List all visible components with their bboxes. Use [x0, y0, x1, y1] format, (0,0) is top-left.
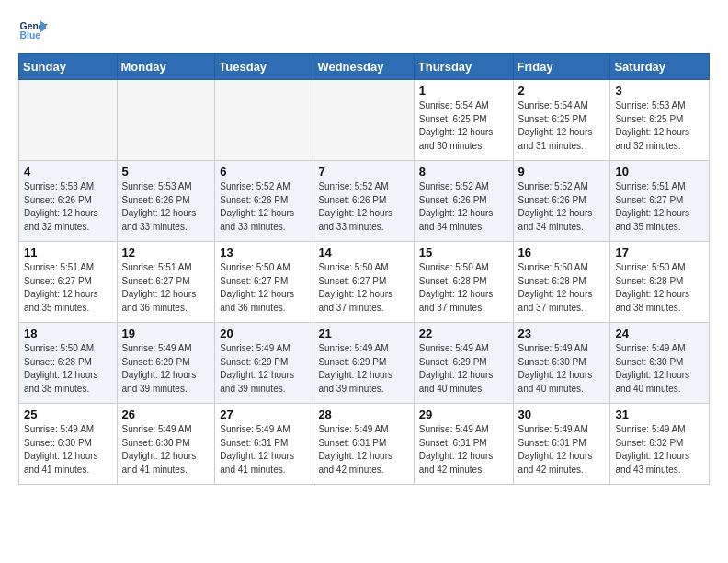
- day-number: 4: [24, 165, 112, 178]
- day-number: 24: [615, 327, 704, 340]
- svg-text:Blue: Blue: [20, 30, 41, 40]
- day-info: Sunrise: 5:49 AM Sunset: 6:30 PM Dayligh…: [122, 423, 210, 477]
- day-number: 29: [419, 408, 508, 421]
- day-info: Sunrise: 5:53 AM Sunset: 6:26 PM Dayligh…: [24, 180, 112, 234]
- calendar-cell: 26Sunrise: 5:49 AM Sunset: 6:30 PM Dayli…: [117, 404, 215, 485]
- calendar-cell: 29Sunrise: 5:49 AM Sunset: 6:31 PM Dayli…: [414, 404, 513, 485]
- day-number: 18: [24, 327, 112, 340]
- day-info: Sunrise: 5:49 AM Sunset: 6:31 PM Dayligh…: [518, 423, 606, 477]
- day-number: 7: [318, 165, 408, 178]
- calendar-cell: [215, 80, 313, 161]
- calendar-cell: 6Sunrise: 5:52 AM Sunset: 6:26 PM Daylig…: [215, 161, 313, 242]
- day-info: Sunrise: 5:49 AM Sunset: 6:29 PM Dayligh…: [220, 342, 308, 396]
- day-info: Sunrise: 5:50 AM Sunset: 6:28 PM Dayligh…: [24, 342, 112, 396]
- calendar-cell: 18Sunrise: 5:50 AM Sunset: 6:28 PM Dayli…: [19, 323, 118, 404]
- day-info: Sunrise: 5:49 AM Sunset: 6:30 PM Dayligh…: [24, 423, 112, 477]
- calendar-cell: 21Sunrise: 5:49 AM Sunset: 6:29 PM Dayli…: [313, 323, 414, 404]
- day-info: Sunrise: 5:49 AM Sunset: 6:30 PM Dayligh…: [615, 342, 704, 396]
- day-number: 21: [318, 327, 408, 340]
- day-info: Sunrise: 5:49 AM Sunset: 6:29 PM Dayligh…: [318, 342, 408, 396]
- day-info: Sunrise: 5:52 AM Sunset: 6:26 PM Dayligh…: [518, 180, 606, 234]
- day-info: Sunrise: 5:49 AM Sunset: 6:31 PM Dayligh…: [318, 423, 408, 477]
- day-number: 13: [220, 246, 308, 259]
- day-info: Sunrise: 5:50 AM Sunset: 6:28 PM Dayligh…: [419, 261, 508, 315]
- calendar-cell: 25Sunrise: 5:49 AM Sunset: 6:30 PM Dayli…: [19, 404, 118, 485]
- logo: General Blue: [18, 15, 48, 44]
- day-info: Sunrise: 5:54 AM Sunset: 6:25 PM Dayligh…: [518, 99, 606, 153]
- calendar-cell: 8Sunrise: 5:52 AM Sunset: 6:26 PM Daylig…: [414, 161, 513, 242]
- day-info: Sunrise: 5:52 AM Sunset: 6:26 PM Dayligh…: [318, 180, 408, 234]
- calendar-cell: 30Sunrise: 5:49 AM Sunset: 6:31 PM Dayli…: [513, 404, 610, 485]
- day-header-tuesday: Tuesday: [215, 54, 313, 80]
- calendar-header-row: SundayMondayTuesdayWednesdayThursdayFrid…: [19, 54, 710, 80]
- calendar-cell: [313, 80, 414, 161]
- calendar-week-row: 1Sunrise: 5:54 AM Sunset: 6:25 PM Daylig…: [19, 80, 710, 161]
- day-header-friday: Friday: [513, 54, 610, 80]
- calendar-cell: 7Sunrise: 5:52 AM Sunset: 6:26 PM Daylig…: [313, 161, 414, 242]
- day-number: 1: [419, 84, 508, 98]
- day-header-saturday: Saturday: [610, 54, 710, 80]
- day-header-wednesday: Wednesday: [313, 54, 414, 80]
- day-info: Sunrise: 5:50 AM Sunset: 6:28 PM Dayligh…: [518, 261, 606, 315]
- day-info: Sunrise: 5:49 AM Sunset: 6:29 PM Dayligh…: [419, 342, 508, 396]
- day-number: 22: [419, 327, 508, 340]
- calendar-cell: 1Sunrise: 5:54 AM Sunset: 6:25 PM Daylig…: [414, 80, 513, 161]
- day-info: Sunrise: 5:50 AM Sunset: 6:27 PM Dayligh…: [318, 261, 408, 315]
- day-info: Sunrise: 5:49 AM Sunset: 6:31 PM Dayligh…: [419, 423, 508, 477]
- calendar-cell: 3Sunrise: 5:53 AM Sunset: 6:25 PM Daylig…: [610, 80, 710, 161]
- day-number: 23: [518, 327, 606, 340]
- calendar-cell: 28Sunrise: 5:49 AM Sunset: 6:31 PM Dayli…: [313, 404, 414, 485]
- calendar-cell: 12Sunrise: 5:51 AM Sunset: 6:27 PM Dayli…: [117, 242, 215, 323]
- day-info: Sunrise: 5:53 AM Sunset: 6:25 PM Dayligh…: [615, 99, 704, 153]
- calendar-cell: [117, 80, 215, 161]
- day-number: 11: [24, 246, 112, 259]
- day-info: Sunrise: 5:51 AM Sunset: 6:27 PM Dayligh…: [122, 261, 210, 315]
- day-info: Sunrise: 5:51 AM Sunset: 6:27 PM Dayligh…: [615, 180, 704, 234]
- day-info: Sunrise: 5:49 AM Sunset: 6:30 PM Dayligh…: [518, 342, 606, 396]
- day-info: Sunrise: 5:50 AM Sunset: 6:27 PM Dayligh…: [220, 261, 308, 315]
- day-header-sunday: Sunday: [19, 54, 118, 80]
- calendar-week-row: 4Sunrise: 5:53 AM Sunset: 6:26 PM Daylig…: [19, 161, 710, 242]
- calendar-cell: 19Sunrise: 5:49 AM Sunset: 6:29 PM Dayli…: [117, 323, 215, 404]
- day-info: Sunrise: 5:53 AM Sunset: 6:26 PM Dayligh…: [122, 180, 210, 234]
- calendar-cell: 22Sunrise: 5:49 AM Sunset: 6:29 PM Dayli…: [414, 323, 513, 404]
- day-info: Sunrise: 5:54 AM Sunset: 6:25 PM Dayligh…: [419, 99, 508, 153]
- day-number: 5: [122, 165, 210, 178]
- calendar-cell: 11Sunrise: 5:51 AM Sunset: 6:27 PM Dayli…: [19, 242, 118, 323]
- calendar-week-row: 11Sunrise: 5:51 AM Sunset: 6:27 PM Dayli…: [19, 242, 710, 323]
- calendar-week-row: 18Sunrise: 5:50 AM Sunset: 6:28 PM Dayli…: [19, 323, 710, 404]
- calendar-cell: 14Sunrise: 5:50 AM Sunset: 6:27 PM Dayli…: [313, 242, 414, 323]
- day-number: 6: [220, 165, 308, 178]
- calendar-week-row: 25Sunrise: 5:49 AM Sunset: 6:30 PM Dayli…: [19, 404, 710, 485]
- calendar-cell: 17Sunrise: 5:50 AM Sunset: 6:28 PM Dayli…: [610, 242, 710, 323]
- day-info: Sunrise: 5:52 AM Sunset: 6:26 PM Dayligh…: [419, 180, 508, 234]
- day-header-thursday: Thursday: [414, 54, 513, 80]
- day-number: 14: [318, 246, 408, 259]
- day-number: 16: [518, 246, 606, 259]
- calendar-cell: 5Sunrise: 5:53 AM Sunset: 6:26 PM Daylig…: [117, 161, 215, 242]
- calendar-cell: 23Sunrise: 5:49 AM Sunset: 6:30 PM Dayli…: [513, 323, 610, 404]
- day-number: 17: [615, 246, 704, 259]
- calendar-cell: 31Sunrise: 5:49 AM Sunset: 6:32 PM Dayli…: [610, 404, 710, 485]
- page-header: General Blue: [18, 15, 710, 44]
- day-number: 10: [615, 165, 704, 178]
- day-number: 26: [122, 408, 210, 421]
- day-number: 8: [419, 165, 508, 178]
- calendar-cell: 20Sunrise: 5:49 AM Sunset: 6:29 PM Dayli…: [215, 323, 313, 404]
- calendar-cell: 4Sunrise: 5:53 AM Sunset: 6:26 PM Daylig…: [19, 161, 118, 242]
- day-number: 28: [318, 408, 408, 421]
- day-number: 2: [518, 84, 606, 98]
- day-number: 27: [220, 408, 308, 421]
- day-info: Sunrise: 5:49 AM Sunset: 6:32 PM Dayligh…: [615, 423, 704, 477]
- day-info: Sunrise: 5:52 AM Sunset: 6:26 PM Dayligh…: [220, 180, 308, 234]
- logo-icon: General Blue: [18, 15, 48, 44]
- calendar-cell: 15Sunrise: 5:50 AM Sunset: 6:28 PM Dayli…: [414, 242, 513, 323]
- calendar-cell: 27Sunrise: 5:49 AM Sunset: 6:31 PM Dayli…: [215, 404, 313, 485]
- day-info: Sunrise: 5:50 AM Sunset: 6:28 PM Dayligh…: [615, 261, 704, 315]
- calendar-cell: 2Sunrise: 5:54 AM Sunset: 6:25 PM Daylig…: [513, 80, 610, 161]
- day-number: 25: [24, 408, 112, 421]
- day-number: 9: [518, 165, 606, 178]
- calendar-cell: 10Sunrise: 5:51 AM Sunset: 6:27 PM Dayli…: [610, 161, 710, 242]
- day-number: 19: [122, 327, 210, 340]
- day-header-monday: Monday: [117, 54, 215, 80]
